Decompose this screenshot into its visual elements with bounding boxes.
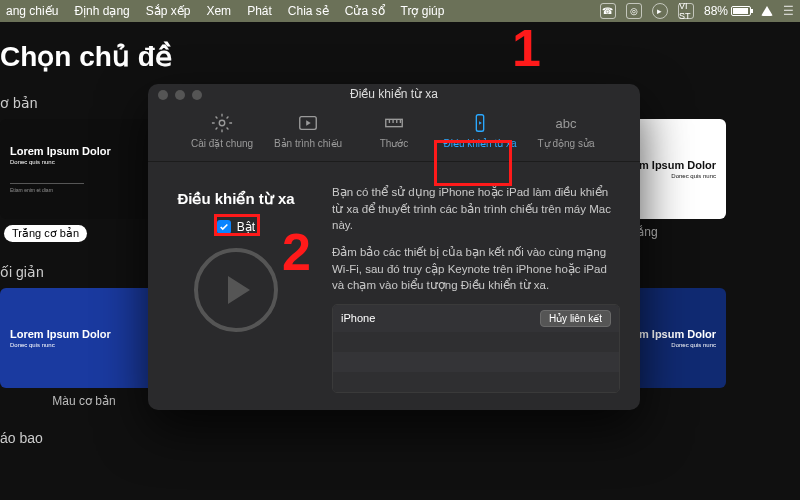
tab-label: Cài đặt chung — [191, 138, 253, 149]
battery-icon — [731, 6, 751, 16]
menu-item[interactable]: Phát — [247, 4, 272, 18]
preferences-window: Điều khiển từ xa Cài đặt chung Bản trình… — [148, 84, 640, 410]
play-rect-icon — [297, 112, 319, 134]
theme-thumb-blue: Lorem Ipsum Dolor Donec quis nunc — [0, 288, 168, 388]
menu-item[interactable]: Chia sẻ — [288, 4, 329, 18]
creative-cloud-icon[interactable]: ◎ — [626, 3, 642, 19]
thumb-heading: Lorem Ipsum Dolor — [10, 328, 158, 340]
titlebar[interactable]: Điều khiển từ xa — [148, 84, 640, 104]
theme-caption: Màu cơ bản — [0, 394, 168, 408]
gear-icon — [211, 112, 233, 134]
menu-item[interactable]: Định dạng — [74, 4, 129, 18]
theme-card[interactable]: Lorem Ipsum Dolor Donec quis nunc Etiam … — [0, 119, 168, 242]
unlink-button[interactable]: Hủy liên kết — [540, 310, 611, 327]
tab-label: Điều khiển từ xa — [443, 138, 516, 149]
menubar: ang chiếu Định dạng Sắp xếp Xem Phát Chi… — [0, 0, 800, 22]
theme-card[interactable]: Lorem Ipsum Dolor Donec quis nunc Màu cơ… — [0, 288, 168, 408]
thumb-sub: Donec quis nunc — [10, 342, 158, 348]
menu-item[interactable]: ang chiếu — [6, 4, 58, 18]
section-label-bottom: áo bao — [0, 430, 800, 446]
menu-item[interactable]: Trợ giúp — [401, 4, 445, 18]
play-status-icon[interactable]: ▸ — [652, 3, 668, 19]
page-title: Chọn chủ đề — [0, 40, 800, 73]
battery-status[interactable]: 88% — [704, 4, 751, 18]
menu-item[interactable]: Xem — [206, 4, 231, 18]
tab-label: Thước — [380, 138, 409, 149]
device-row-empty — [333, 332, 619, 352]
desc-text-2: Đảm bảo các thiết bị của bạn kết nối vào… — [332, 244, 620, 294]
window-title: Điều khiển từ xa — [148, 87, 640, 101]
tab-label: Bản trình chiếu — [274, 138, 342, 149]
svg-point-0 — [219, 120, 225, 126]
pref-tabs: Cài đặt chung Bản trình chiếu Thước Điều… — [148, 104, 640, 162]
device-table: iPhone Hủy liên kết — [332, 304, 620, 393]
tab-slideshow[interactable]: Bản trình chiếu — [269, 110, 347, 151]
spotlight-icon[interactable]: ☰ — [783, 4, 794, 18]
thumb-heading: Lorem Ipsum Dolor — [10, 145, 158, 157]
battery-percent: 88% — [704, 4, 728, 18]
thumb-sub: Donec quis nunc — [10, 159, 158, 165]
ruler-icon — [383, 112, 405, 134]
tab-rulers[interactable]: Thước — [355, 110, 433, 151]
desc-text-1: Bạn có thể sử dụng iPhone hoặc iPad làm … — [332, 184, 620, 234]
tab-remote[interactable]: Điều khiển từ xa — [441, 110, 519, 151]
device-row-empty — [333, 372, 619, 392]
wifi-icon[interactable] — [761, 6, 773, 16]
checkbox-icon[interactable] — [217, 220, 231, 234]
device-name: iPhone — [341, 311, 375, 327]
tab-general[interactable]: Cài đặt chung — [183, 110, 261, 151]
menu-item[interactable]: Cửa sổ — [345, 4, 385, 18]
device-row[interactable]: iPhone Hủy liên kết — [333, 305, 619, 332]
abc-icon: abc — [555, 112, 577, 134]
pref-right-pane: Bạn có thể sử dụng iPhone hoặc iPad làm … — [320, 162, 640, 406]
phone-play-icon — [469, 112, 491, 134]
menu-item[interactable]: Sắp xếp — [146, 4, 191, 18]
tab-autocorrect[interactable]: abc Tự động sửa — [527, 110, 605, 151]
theme-badge: Trắng cơ bản — [4, 225, 87, 242]
checkbox-label: Bật — [237, 220, 255, 234]
play-preview-icon — [194, 248, 278, 332]
theme-thumb-black: Lorem Ipsum Dolor Donec quis nunc Etiam … — [0, 119, 168, 219]
enable-checkbox-row[interactable]: Bật — [162, 220, 310, 234]
left-heading: Điều khiển từ xa — [162, 190, 310, 208]
thumb-foot: Etiam enim et diam — [10, 187, 158, 193]
tab-label: Tự động sửa — [538, 138, 595, 149]
input-source-icon[interactable]: VI ST — [678, 3, 694, 19]
device-row-empty — [333, 352, 619, 372]
line-status-icon[interactable]: ☎ — [600, 3, 616, 19]
pref-left-pane: Điều khiển từ xa Bật — [148, 162, 320, 406]
